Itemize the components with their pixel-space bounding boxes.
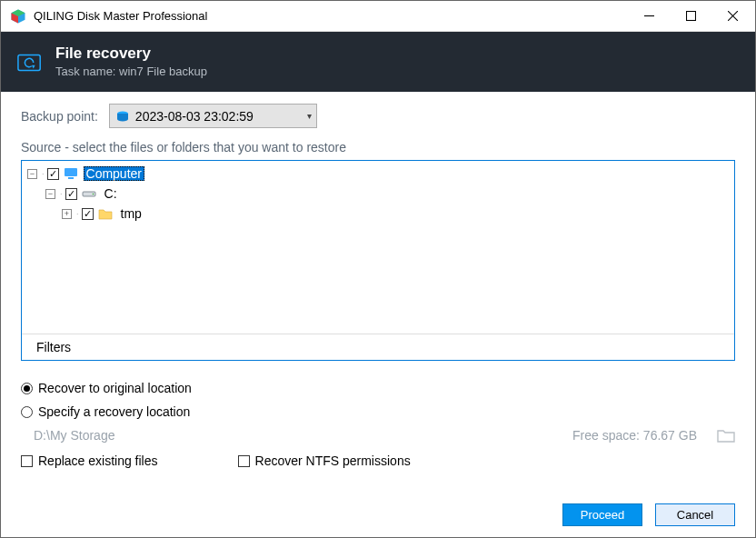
footer: Proceed Cancel xyxy=(21,489,735,526)
recovery-icon xyxy=(17,52,43,74)
checkbox-row: Replace existing files Recover NTFS perm… xyxy=(21,453,735,468)
cancel-button[interactable]: Cancel xyxy=(655,503,735,526)
tree-label-folder: tmp xyxy=(118,206,144,221)
svg-rect-11 xyxy=(68,177,74,179)
page-subtitle: Task name: win7 File backup xyxy=(55,65,207,78)
source-label: Source - select the files or folders tha… xyxy=(21,140,735,154)
checkbox xyxy=(21,455,33,467)
checkbox[interactable]: ✓ xyxy=(82,208,94,220)
check-replace-existing[interactable]: Replace existing files xyxy=(21,453,158,468)
drive-icon xyxy=(82,187,96,200)
browse-icon[interactable] xyxy=(717,428,735,443)
maximize-button[interactable] xyxy=(670,2,711,31)
tree-label-computer: Computer xyxy=(84,166,144,181)
location-radio-group: Recover to original location Specify a r… xyxy=(21,381,735,428)
checkbox[interactable]: ✓ xyxy=(47,168,59,180)
recovery-path-row: D:\My Storage Free space: 76.67 GB xyxy=(21,428,735,443)
recovery-path: D:\My Storage xyxy=(34,428,114,443)
filters-button[interactable]: Filters xyxy=(22,334,734,360)
source-tree: − · ✓ Computer − · ✓ C: xyxy=(21,160,735,361)
checkbox xyxy=(238,455,250,467)
backup-point-select[interactable]: 2023-08-03 23:02:59 ▾ xyxy=(109,104,317,128)
checkbox[interactable]: ✓ xyxy=(65,188,77,200)
tree-label-drive: C: xyxy=(102,186,120,201)
disk-icon xyxy=(116,110,129,123)
radio-icon xyxy=(21,406,33,418)
page-title: File recovery xyxy=(55,45,207,63)
backup-point-row: Backup point: 2023-08-03 23:02:59 ▾ xyxy=(21,104,735,128)
svg-rect-10 xyxy=(65,168,77,176)
app-icon xyxy=(10,8,26,25)
chevron-down-icon: ▾ xyxy=(307,111,312,121)
check-ntfs-permissions[interactable]: Recover NTFS permissions xyxy=(238,453,411,468)
radio-specify-location[interactable]: Specify a recovery location xyxy=(21,404,735,419)
tree-node-computer[interactable]: − · ✓ Computer xyxy=(27,164,729,184)
backup-point-value: 2023-08-03 23:02:59 xyxy=(135,109,301,124)
app-window: QILING Disk Master Professional File rec… xyxy=(0,0,756,538)
radio-icon xyxy=(21,383,33,394)
app-title: QILING Disk Master Professional xyxy=(34,9,207,23)
radio-label: Recover to original location xyxy=(38,381,192,395)
folder-icon xyxy=(98,207,113,220)
close-button[interactable] xyxy=(711,2,753,31)
svg-marker-8 xyxy=(32,65,35,69)
svg-rect-7 xyxy=(18,55,40,71)
expand-icon[interactable]: + xyxy=(62,209,72,219)
svg-point-13 xyxy=(92,194,94,195)
collapse-icon[interactable]: − xyxy=(45,189,55,199)
body: Backup point: 2023-08-03 23:02:59 ▾ Sour… xyxy=(1,92,755,537)
tree-area[interactable]: − · ✓ Computer − · ✓ C: xyxy=(22,161,734,334)
page-header: File recovery Task name: win7 File backu… xyxy=(1,32,755,92)
radio-original-location[interactable]: Recover to original location xyxy=(21,381,735,395)
titlebar: QILING Disk Master Professional xyxy=(1,1,755,32)
computer-icon xyxy=(64,167,78,180)
svg-rect-4 xyxy=(686,12,695,21)
minimize-button[interactable] xyxy=(628,2,670,31)
checkbox-label: Replace existing files xyxy=(38,453,158,468)
free-space: Free space: 76.67 GB xyxy=(572,428,697,443)
tree-node-folder[interactable]: + · ✓ tmp xyxy=(27,204,729,224)
backup-point-label: Backup point: xyxy=(21,109,98,124)
proceed-button[interactable]: Proceed xyxy=(562,503,642,526)
radio-label: Specify a recovery location xyxy=(38,404,190,419)
collapse-icon[interactable]: − xyxy=(27,169,37,179)
checkbox-label: Recover NTFS permissions xyxy=(255,453,411,468)
tree-node-drive[interactable]: − · ✓ C: xyxy=(27,184,729,204)
